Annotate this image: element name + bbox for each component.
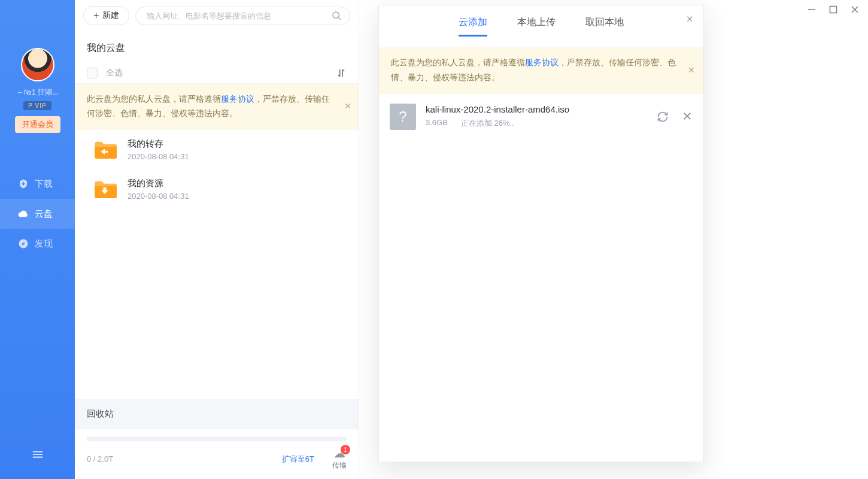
storage-used: 0 / 2.0T: [87, 454, 113, 463]
tos-link[interactable]: 服务协议: [221, 95, 254, 104]
maximize-icon[interactable]: [828, 5, 838, 14]
banner-text-pre: 此云盘为您的私人云盘，请严格遵循: [391, 58, 525, 67]
sidebar-nav: 下载 云盘 发现: [0, 169, 75, 259]
file-name: 我的资源: [128, 178, 189, 189]
svg-point-0: [333, 12, 339, 19]
svg-rect-1: [830, 7, 837, 13]
sidebar-item-cloud[interactable]: 云盘: [0, 199, 75, 229]
sidebar-item-download[interactable]: 下载: [0, 169, 75, 199]
close-icon[interactable]: [850, 5, 860, 14]
open-vip-button[interactable]: 开通会员: [15, 116, 60, 133]
folder-row[interactable]: 我的转存 2020-08-08 04:31: [75, 130, 359, 169]
minimize-icon[interactable]: [807, 5, 817, 14]
upload-filename: kali-linux-2020.2-installer-amd64.iso: [426, 104, 647, 114]
folder-icon: [93, 179, 117, 199]
compass-icon: [18, 238, 29, 249]
file-list: 我的转存 2020-08-08 04:31 我的资源 2020-08-08 04…: [75, 130, 359, 399]
cancel-icon[interactable]: [682, 111, 693, 123]
page-title: 我的云盘: [75, 31, 359, 63]
avatar[interactable]: [21, 48, 54, 81]
transfer-button[interactable]: ☁ 传输 1: [332, 447, 347, 471]
right-region: ✕ 云添加 本地上传 取回本地 此云盘为您的私人云盘，请严格遵循服务协议，严禁存…: [359, 0, 868, 479]
upload-item: ? kali-linux-2020.2-installer-amd64.iso …: [379, 94, 703, 140]
file-time: 2020-08-08 04:31: [128, 192, 189, 201]
recycle-bin[interactable]: 回收站: [75, 399, 359, 429]
select-all-row: 全选: [75, 63, 359, 84]
folder-icon: [93, 140, 117, 160]
transfer-badge: 1: [341, 445, 350, 454]
vip-badge[interactable]: P VIP: [23, 101, 51, 110]
sort-icon[interactable]: [336, 68, 347, 78]
file-name: 我的转存: [128, 138, 189, 150]
new-button[interactable]: + 新建: [83, 6, 129, 25]
banner-text-pre: 此云盘为您的私人云盘，请严格遵循: [87, 95, 221, 104]
upload-size: 3.6GB: [426, 118, 448, 129]
sidebar-item-label: 云盘: [35, 208, 53, 220]
file-time: 2020-08-08 04:31: [128, 152, 189, 161]
upload-dialog: ✕ 云添加 本地上传 取回本地 此云盘为您的私人云盘，请严格遵循服务协议，严禁存…: [378, 5, 704, 462]
folder-row[interactable]: 我的资源 2020-08-08 04:31: [75, 169, 359, 209]
sidebar-item-discover[interactable]: 发现: [0, 229, 75, 259]
expand-storage-link[interactable]: 扩容至6T: [282, 454, 314, 465]
close-icon[interactable]: ✕: [688, 63, 695, 78]
close-icon[interactable]: ✕: [686, 14, 694, 25]
cloud-icon: [18, 208, 29, 219]
storage-footer: 0 / 2.0T 扩容至6T ☁ 传输 1: [75, 429, 359, 479]
search-input[interactable]: [135, 7, 350, 25]
tos-link[interactable]: 服务协议: [525, 58, 559, 67]
new-button-label: 新建: [102, 10, 119, 21]
sidebar-item-label: 下载: [35, 178, 53, 190]
transfer-label: 传输: [332, 460, 347, 471]
tab-retrieve-local[interactable]: 取回本地: [585, 16, 624, 37]
upload-status: 正在添加 26%..: [461, 118, 514, 129]
storage-bar: [87, 436, 347, 441]
select-all-label[interactable]: 全选: [106, 68, 123, 78]
tab-local-upload[interactable]: 本地上传: [517, 16, 556, 37]
topbar: + 新建: [75, 0, 359, 31]
plus-icon: +: [93, 11, 99, 20]
select-all-checkbox[interactable]: [87, 68, 98, 78]
download-icon: [18, 178, 29, 189]
dialog-tabs: 云添加 本地上传 取回本地: [379, 5, 703, 47]
window-controls: [807, 5, 860, 14]
username[interactable]: ←№1 茳湖...: [13, 87, 62, 98]
notice-banner: 此云盘为您的私人云盘，请严格遵循服务协议，严禁存放、传输任何涉密、色情、暴力、侵…: [75, 84, 359, 130]
menu-icon[interactable]: [31, 448, 44, 461]
tab-cloud-add[interactable]: 云添加: [459, 16, 487, 37]
refresh-icon[interactable]: [657, 111, 669, 123]
search-icon[interactable]: [331, 10, 342, 21]
main-panel: + 新建 我的云盘 全选 此云盘为您的私人云盘，请严格遵循服务协议，严禁存放、传…: [75, 0, 359, 479]
file-thumb-icon: ?: [390, 104, 416, 130]
sidebar-item-label: 发现: [35, 238, 53, 250]
notice-banner: 此云盘为您的私人云盘，请严格遵循服务协议，严禁存放、传输任何涉密、色情、暴力、侵…: [379, 47, 703, 94]
sidebar: ←№1 茳湖... P VIP 开通会员 下载 云盘 发现: [0, 0, 75, 479]
close-icon[interactable]: ✕: [344, 99, 351, 114]
